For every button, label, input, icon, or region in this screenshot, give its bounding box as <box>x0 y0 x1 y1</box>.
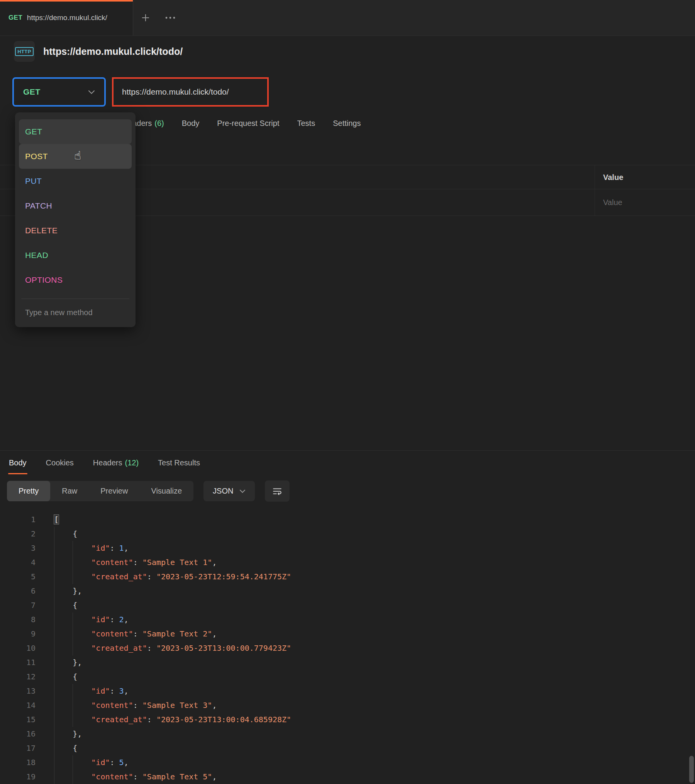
response-panel: BodyCookiesHeaders(12)Test Results Prett… <box>0 450 695 784</box>
cursor-icon: ☝ <box>74 149 81 162</box>
plus-icon <box>141 14 150 22</box>
method-option-get[interactable]: GET <box>19 119 132 144</box>
code-line: 1[ <box>0 512 695 527</box>
tab-method-badge: GET <box>8 14 22 22</box>
code-line: 10 "created_at": "2023-05-23T13:00:00.77… <box>0 641 695 655</box>
view-mode-segmented-control: PrettyRawPreviewVisualize <box>7 481 193 501</box>
method-option-delete[interactable]: DELETE <box>19 218 132 243</box>
code-line: 2 { <box>0 527 695 541</box>
response-tab-test-results[interactable]: Test Results <box>157 455 201 474</box>
request-tab-tests[interactable]: Tests <box>297 117 315 130</box>
method-option-options[interactable]: OPTIONS <box>19 268 132 292</box>
code-line: 16 }, <box>0 727 695 741</box>
code-line: 5 "created_at": "2023-05-23T12:59:54.241… <box>0 570 695 584</box>
column-divider <box>595 165 595 216</box>
code-line: 11 }, <box>0 655 695 670</box>
tab-bar: GET https://demo.mukul.click/ <box>0 0 695 36</box>
view-mode-preview[interactable]: Preview <box>89 481 139 501</box>
format-select-label: JSON <box>213 487 233 496</box>
response-tab-cookies[interactable]: Cookies <box>45 455 75 474</box>
method-option-patch[interactable]: PATCH <box>19 193 132 218</box>
url-input[interactable] <box>112 77 683 107</box>
method-option-head[interactable]: HEAD <box>19 243 132 268</box>
response-tabs: BodyCookiesHeaders(12)Test Results <box>8 455 201 474</box>
method-select-label: GET <box>23 87 41 97</box>
response-tab-body[interactable]: Body <box>8 455 27 474</box>
http-badge-icon: HTTP <box>14 41 35 62</box>
code-line: 18 "id": 5, <box>0 755 695 770</box>
value-column-header: Value <box>603 173 623 182</box>
code-line: 15 "created_at": "2023-05-23T13:00:04.68… <box>0 713 695 727</box>
chevron-down-icon <box>239 489 246 493</box>
wrap-text-button[interactable] <box>265 480 290 502</box>
method-option-post[interactable]: POST☝ <box>19 144 132 169</box>
code-line: 3 "id": 1, <box>0 541 695 555</box>
request-tab[interactable]: GET https://demo.mukul.click/ <box>0 0 133 36</box>
method-option-put[interactable]: PUT <box>19 169 132 193</box>
param-value-input[interactable]: Value <box>603 198 622 207</box>
method-menu-items: GETPOST☝PUTPATCHDELETEHEADOPTIONS <box>15 119 136 292</box>
response-toolbar: PrettyRawPreviewVisualize JSON <box>7 480 290 502</box>
more-options-icon <box>164 16 176 20</box>
code-line: 7 { <box>0 598 695 613</box>
response-body-code: 1[2 {3 "id": 1,4 "content": "Sample Text… <box>0 512 695 784</box>
request-tab-pre-request-script[interactable]: Pre-request Script <box>217 117 279 130</box>
method-select[interactable]: GET <box>12 77 106 107</box>
code-line: 17 { <box>0 741 695 755</box>
new-method-input[interactable] <box>15 299 136 318</box>
url-field-wrap <box>112 77 683 107</box>
chevron-down-icon <box>88 90 95 94</box>
scrollbar-thumb[interactable] <box>689 756 694 783</box>
tab-title: https://demo.mukul.click/ <box>27 14 107 22</box>
code-line: 6 }, <box>0 584 695 598</box>
code-line: 14 "content": "Sample Text 3", <box>0 698 695 713</box>
code-line: 9 "content": "Sample Text 2", <box>0 627 695 641</box>
new-tab-button[interactable] <box>133 0 158 36</box>
view-mode-visualize[interactable]: Visualize <box>139 481 193 501</box>
response-tab-headers[interactable]: Headers(12) <box>92 455 139 474</box>
http-badge-label: HTTP <box>15 47 34 56</box>
code-line: 12 { <box>0 670 695 684</box>
code-line: 4 "content": "Sample Text 1", <box>0 555 695 570</box>
format-select[interactable]: JSON <box>203 481 255 501</box>
code-line: 8 "id": 2, <box>0 613 695 627</box>
view-mode-pretty[interactable]: Pretty <box>7 481 50 501</box>
code-line: 13 "id": 3, <box>0 684 695 698</box>
request-tab-settings[interactable]: Settings <box>333 117 361 130</box>
request-url-bar: GET <box>12 77 683 107</box>
request-title: https://demo.mukul.click/todo/ <box>43 46 183 57</box>
code-line: 19 "content": "Sample Text 5", <box>0 770 695 784</box>
wrap-text-icon <box>272 486 282 496</box>
request-tab-body[interactable]: Body <box>182 117 200 130</box>
request-header: HTTP https://demo.mukul.click/todo/ <box>14 41 183 62</box>
view-mode-raw[interactable]: Raw <box>50 481 89 501</box>
method-menu: GETPOST☝PUTPATCHDELETEHEADOPTIONS <box>15 112 136 327</box>
tab-options-button[interactable] <box>158 0 183 36</box>
